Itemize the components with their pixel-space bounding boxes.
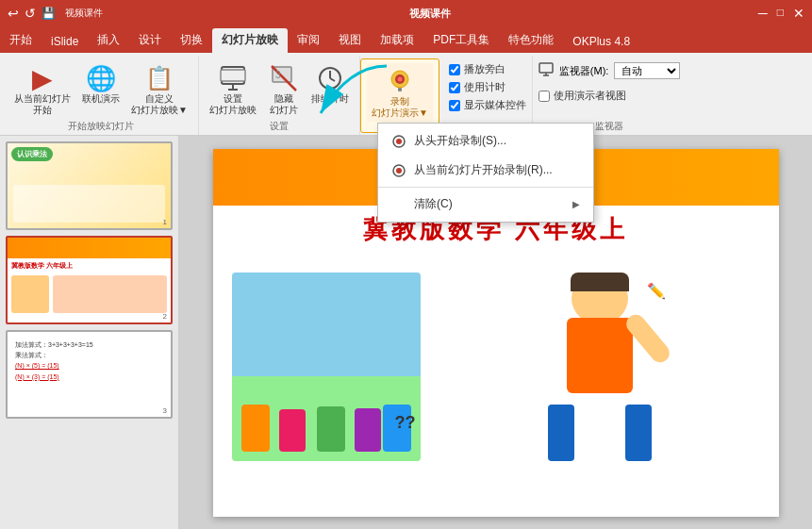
monitor-icon bbox=[539, 62, 554, 79]
record-start-icon bbox=[391, 134, 406, 149]
setup-show-button[interactable]: 设置幻灯片放映 bbox=[205, 60, 261, 119]
monitor-select[interactable]: 自动 bbox=[614, 62, 680, 79]
record-button[interactable]: 录制幻灯片演示▼ bbox=[367, 63, 433, 122]
rehearse-icon bbox=[315, 63, 345, 93]
from-start-button[interactable]: ▶ 从当前幻灯片开始 bbox=[9, 60, 75, 119]
slides-panel: 认识乘法 1 冀教版数学 六年级上 2 bbox=[0, 136, 179, 529]
group-title-start: 开始放映幻灯片 bbox=[68, 120, 134, 135]
kid3 bbox=[317, 406, 345, 452]
tab-insert[interactable]: 插入 bbox=[88, 28, 129, 53]
rehearse-button[interactable]: 排练计时 bbox=[307, 60, 354, 107]
redo-button[interactable]: ↺ bbox=[25, 6, 36, 21]
show-media-label: 显示媒体控件 bbox=[464, 98, 526, 112]
kid4 bbox=[355, 408, 381, 452]
record-from-start-label: 从头开始录制(S)... bbox=[414, 133, 506, 149]
play-narrator-input[interactable] bbox=[449, 64, 460, 75]
use-timing-checkbox[interactable]: 使用计时 bbox=[449, 80, 526, 94]
slide2-boy bbox=[53, 275, 167, 313]
canvas-right-art: ✏️ bbox=[439, 273, 760, 461]
record-current-icon bbox=[391, 163, 406, 178]
hide-icon: 3 bbox=[269, 63, 299, 93]
group-title-setup: 设置 bbox=[270, 120, 289, 135]
group-start-slideshow: ▶ 从当前幻灯片开始 🌐 联机演示 📋 自定义幻灯片放映▼ 开始放映幻灯片 bbox=[4, 57, 199, 135]
svg-point-18 bbox=[396, 139, 402, 144]
slide-thumb-2[interactable]: 冀教版数学 六年级上 2 bbox=[6, 236, 173, 324]
maximize-button[interactable]: □ bbox=[777, 6, 784, 21]
tab-design[interactable]: 设计 bbox=[129, 28, 171, 53]
presenter-view-label: 使用演示者视图 bbox=[554, 89, 626, 103]
boy-body bbox=[567, 318, 633, 393]
tab-special[interactable]: 特色功能 bbox=[499, 28, 563, 53]
svg-rect-13 bbox=[398, 88, 402, 91]
boy-character: ✏️ bbox=[529, 273, 671, 461]
record-from-start-item[interactable]: 从头开始录制(S)... bbox=[378, 126, 593, 156]
online-label: 联机演示 bbox=[82, 93, 120, 105]
canvas-body: ?? ✏️ bbox=[213, 254, 779, 517]
setup-buttons-row: 设置幻灯片放映 3 隐藏幻灯片 排练计时 bbox=[205, 57, 354, 120]
svg-line-9 bbox=[330, 78, 335, 81]
play-narrator-checkbox[interactable]: 播放旁白 bbox=[449, 62, 526, 76]
save-icon[interactable]: 💾 bbox=[41, 7, 56, 20]
presenter-view-input[interactable] bbox=[539, 91, 550, 102]
show-media-input[interactable] bbox=[449, 100, 460, 111]
kids-scene bbox=[232, 273, 421, 461]
slide2-img bbox=[11, 275, 49, 313]
undo-button[interactable]: ↩ bbox=[8, 6, 19, 21]
minimize-button[interactable]: ─ bbox=[758, 6, 768, 21]
question-marks: ?? bbox=[395, 413, 416, 433]
slide2-title-text: 冀教版数学 六年级上 bbox=[8, 258, 171, 273]
slide-number-1: 1 bbox=[163, 218, 167, 226]
options-checkboxes: 播放旁白 使用计时 显示媒体控件 bbox=[449, 57, 526, 112]
tab-transition[interactable]: 切换 bbox=[171, 28, 212, 53]
app-title: 视频课件 bbox=[409, 7, 451, 21]
hide-label: 隐藏幻灯片 bbox=[270, 93, 298, 116]
slide2-body bbox=[8, 273, 171, 315]
clear-icon bbox=[391, 197, 406, 212]
pencils: ✏️ bbox=[647, 282, 666, 300]
hide-slide-button[interactable]: 3 隐藏幻灯片 bbox=[263, 60, 305, 119]
tab-pdf[interactable]: PDF工具集 bbox=[423, 28, 499, 53]
undo-redo-group: ↩ ↺ 💾 视频课件 bbox=[8, 6, 103, 21]
tab-islide[interactable]: iSlide bbox=[41, 31, 88, 53]
slide1-decoration bbox=[13, 185, 165, 223]
slide-number-3: 3 bbox=[163, 406, 167, 415]
group-setup: 设置幻灯片放映 3 隐藏幻灯片 排练计时 设置 bbox=[199, 57, 360, 135]
monitor-label: 监视器(M): bbox=[559, 64, 609, 78]
tab-slideshow[interactable]: 幻灯片放映 bbox=[212, 28, 288, 53]
use-timing-label: 使用计时 bbox=[464, 80, 505, 94]
slide3-text: 加法算式：3+3+3+3+3=15 乘法算式： (N) × (5) = (15)… bbox=[11, 336, 167, 386]
slide-thumb-inner-1: 认识乘法 bbox=[8, 143, 171, 228]
monitor-row: 监视器(M): 自动 bbox=[539, 62, 681, 79]
tab-okplus[interactable]: OKPlus 4.8 bbox=[563, 31, 639, 53]
slide2-header bbox=[8, 238, 171, 258]
custom-slideshow-button[interactable]: 📋 自定义幻灯片放映▼ bbox=[126, 60, 192, 119]
dropdown-menu: 从头开始录制(S)... 从当前幻灯片开始录制(R)... 清除(C) ▶ bbox=[377, 123, 594, 223]
tab-start[interactable]: 开始 bbox=[0, 28, 41, 53]
tab-addins[interactable]: 加载项 bbox=[371, 28, 423, 53]
svg-rect-14 bbox=[539, 63, 553, 73]
svg-text:3: 3 bbox=[275, 70, 281, 80]
boy-leg-right bbox=[625, 405, 652, 461]
slide-thumb-1[interactable]: 认识乘法 1 bbox=[6, 141, 173, 230]
tab-view[interactable]: 视图 bbox=[329, 28, 371, 53]
record-from-current-item[interactable]: 从当前幻灯片开始录制(R)... bbox=[378, 156, 593, 185]
canvas-left-art: ?? bbox=[232, 273, 421, 461]
slide1-title: 认识乘法 bbox=[11, 147, 53, 161]
slide-thumb-3[interactable]: 加法算式：3+3+3+3+3=15 乘法算式： (N) × (5) = (15)… bbox=[6, 330, 173, 419]
presenter-view-checkbox[interactable]: 使用演示者视图 bbox=[539, 89, 681, 103]
svg-rect-1 bbox=[221, 70, 245, 81]
online-present-button[interactable]: 🌐 联机演示 bbox=[77, 60, 124, 107]
record-buttons-row: 录制幻灯片演示▼ bbox=[367, 59, 433, 130]
clear-submenu-arrow: ▶ bbox=[572, 199, 580, 209]
boy-hair bbox=[571, 273, 629, 291]
svg-point-12 bbox=[397, 77, 402, 82]
clear-item[interactable]: 清除(C) ▶ bbox=[378, 190, 593, 219]
use-timing-input[interactable] bbox=[449, 82, 460, 93]
kid2 bbox=[279, 409, 306, 452]
ribbon-tabs: 开始 iSlide 插入 设计 切换 幻灯片放映 审阅 视图 加载项 PDF工具… bbox=[0, 26, 812, 53]
show-media-checkbox[interactable]: 显示媒体控件 bbox=[449, 98, 526, 112]
title-bar: ↩ ↺ 💾 视频课件 视频课件 ─ □ ✕ bbox=[0, 0, 812, 26]
slide-thumb-inner-3: 加法算式：3+3+3+3+3=15 乘法算式： (N) × (5) = (15)… bbox=[8, 332, 171, 417]
tab-review[interactable]: 审阅 bbox=[288, 28, 329, 53]
close-button[interactable]: ✕ bbox=[793, 6, 804, 21]
